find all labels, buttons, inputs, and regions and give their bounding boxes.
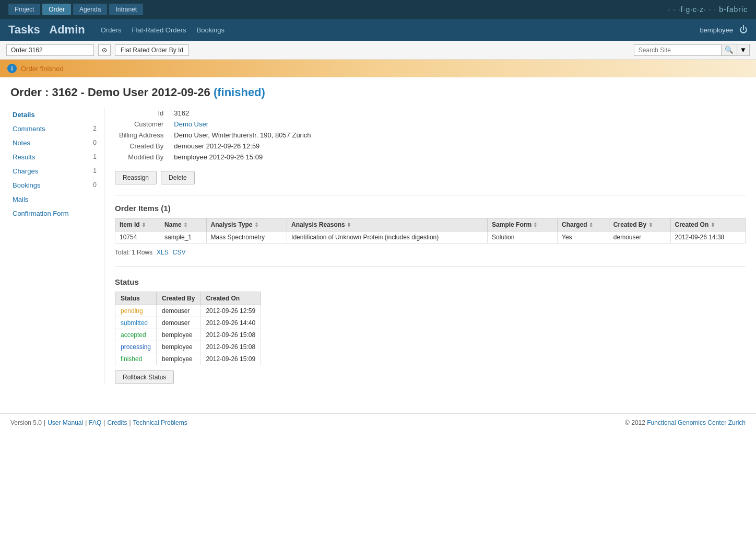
billing-value: Demo User, Winterthurerstr. 190, 8057 Zü…	[170, 130, 315, 141]
col-sample-form[interactable]: Sample Form ⇕	[488, 218, 558, 231]
created-by-value: demouser 2012-09-26 12:59	[170, 141, 315, 152]
status-cell-created-by-accepted: bemployee	[157, 329, 200, 341]
order-items-table: Item Id ⇕ Name ⇕ Analysis Type ⇕	[115, 218, 746, 243]
cell-analysis-type: Mass Spectrometry	[206, 231, 287, 243]
intranet-nav-btn[interactable]: Intranet	[109, 4, 143, 15]
sidebar-link-confirmation[interactable]: Confirmation Form	[13, 210, 69, 217]
sidebar-link-notes[interactable]: Notes	[13, 139, 30, 147]
footer-credits-link[interactable]: Credits	[107, 419, 127, 426]
col-analysis-reasons[interactable]: Analysis Reasons ⇕	[287, 218, 488, 231]
footer-version: Version 5.0	[10, 419, 42, 426]
table-footer: Total: 1 Rows XLS CSV	[115, 247, 746, 258]
delete-button[interactable]: Delete	[161, 171, 195, 184]
csv-export-link[interactable]: CSV	[173, 249, 186, 256]
sort-icon-name: ⇕	[183, 222, 187, 228]
col-analysis-type[interactable]: Analysis Type ⇕	[206, 218, 287, 231]
breadcrumb-bar: ⊙ Flat Rated Order By Id 🔍 ▼	[0, 41, 756, 60]
status-badge: (finished)	[214, 86, 265, 99]
table-row: pending demouser 2012-09-26 12:59	[115, 305, 261, 317]
status-cell-created-on-processing: 2012-09-26 15:08	[200, 341, 261, 353]
col-charged[interactable]: Charged ⇕	[557, 218, 609, 231]
xls-export-link[interactable]: XLS	[157, 249, 169, 256]
sidebar-link-comments[interactable]: Comments	[13, 125, 45, 133]
nav-orders[interactable]: Orders	[101, 26, 122, 34]
col-created-by[interactable]: Created By ⇕	[609, 218, 670, 231]
order-input[interactable]	[6, 44, 94, 56]
status-cell-status-submitted: submitted	[115, 317, 157, 329]
sidebar-count-results: 1	[93, 153, 97, 161]
order-details: Id 3162 Customer Demo User Billing Addre…	[115, 108, 746, 163]
alert-message: Order finished	[21, 65, 64, 73]
sidebar-item-confirmation[interactable]: Confirmation Form	[10, 206, 99, 221]
username-label: bemployee	[700, 26, 733, 34]
sidebar-link-mails[interactable]: Mails	[13, 195, 28, 203]
footer-org-link[interactable]: Functional Genomics Center Zurich	[647, 419, 746, 426]
sidebar-item-comments[interactable]: Comments 2	[10, 122, 99, 136]
cell-created-on: 2012-09-26 14:38	[670, 231, 745, 243]
sort-icon-charged: ⇕	[589, 222, 593, 228]
sidebar-link-results[interactable]: Results	[13, 153, 35, 161]
footer-technical-link[interactable]: Technical Problems	[133, 419, 187, 426]
modified-by-label: Modified By	[115, 152, 170, 163]
rollback-status-button[interactable]: Rollback Status	[115, 370, 174, 384]
order-items-section: Order Items (1) Item Id ⇕ Name ⇕	[115, 204, 746, 258]
page-footer: Version 5.0 | User Manual | FAQ | Credit…	[0, 413, 756, 432]
sort-icon-analysis-reasons: ⇕	[347, 222, 351, 228]
sidebar-count-charges: 1	[93, 167, 97, 175]
search-button[interactable]: 🔍	[722, 44, 737, 56]
table-row: accepted bemployee 2012-09-26 15:08	[115, 329, 261, 341]
sort-icon-item-id: ⇕	[141, 222, 146, 228]
cell-created-by: demouser	[609, 231, 670, 243]
sidebar-item-results[interactable]: Results 1	[10, 150, 99, 164]
agenda-nav-btn[interactable]: Agenda	[73, 4, 107, 15]
sidebar-item-notes[interactable]: Notes 0	[10, 136, 99, 150]
sidebar-link-details[interactable]: Details	[13, 111, 35, 119]
sidebar-count-comments: 2	[93, 125, 97, 133]
app-header-right: bemployee ⏻	[700, 25, 748, 34]
status-cell-created-on-submitted: 2012-09-26 14:40	[200, 317, 261, 329]
status-section: Status Status Created By Created On pend…	[115, 277, 746, 384]
status-table: Status Created By Created On pending dem…	[115, 292, 261, 365]
app-header: Tasks Admin Orders Flat-Rated Orders Boo…	[0, 19, 756, 41]
customer-link[interactable]: Demo User	[174, 120, 208, 128]
footer-faq-link[interactable]: FAQ	[89, 419, 101, 426]
sidebar-item-bookings[interactable]: Bookings 0	[10, 178, 99, 192]
detail-panel: Id 3162 Customer Demo User Billing Addre…	[104, 108, 746, 384]
cell-name: sample_1	[160, 231, 207, 243]
footer-user-manual-link[interactable]: User Manual	[48, 419, 83, 426]
sidebar-item-mails[interactable]: Mails	[10, 192, 99, 206]
status-cell-created-by-submitted: demouser	[157, 317, 200, 329]
sort-icon-created-on: ⇕	[711, 222, 715, 228]
status-cell-status-pending: pending	[115, 305, 157, 317]
order-lookup-btn[interactable]: ⊙	[98, 44, 111, 56]
cell-charged: Yes	[557, 231, 609, 243]
nav-bookings[interactable]: Bookings	[197, 26, 225, 34]
search-dropdown-btn[interactable]: ▼	[737, 44, 750, 56]
modified-by-value: bemployee 2012-09-26 15:09	[170, 152, 315, 163]
col-item-id[interactable]: Item Id ⇕	[115, 218, 160, 231]
order-nav-btn[interactable]: Order	[42, 4, 71, 15]
sidebar-link-bookings[interactable]: Bookings	[13, 181, 40, 189]
status-col-created-by: Created By	[157, 292, 200, 305]
sidebar-count-bookings: 0	[93, 181, 97, 189]
divider-1	[115, 195, 746, 195]
col-created-on[interactable]: Created On ⇕	[670, 218, 745, 231]
footer-right: © 2012 Functional Genomics Center Zurich	[625, 419, 746, 426]
breadcrumb-label: Flat Rated Order By Id	[115, 44, 189, 56]
reassign-button[interactable]: Reassign	[115, 171, 157, 184]
search-input[interactable]	[634, 44, 722, 56]
cell-sample-form: Solution	[488, 231, 558, 243]
project-nav-btn[interactable]: Project	[8, 4, 40, 15]
cell-item-id: 10754	[115, 231, 160, 243]
sidebar-count-notes: 0	[93, 139, 97, 147]
status-cell-status-processing: processing	[115, 341, 157, 353]
cell-analysis-reasons: Identification of Unknown Protein (inclu…	[287, 231, 488, 243]
sidebar-link-charges[interactable]: Charges	[13, 167, 38, 175]
col-name[interactable]: Name ⇕	[160, 218, 207, 231]
divider-2	[115, 266, 746, 267]
sidebar-item-charges[interactable]: Charges 1	[10, 164, 99, 178]
logout-icon[interactable]: ⏻	[739, 25, 748, 34]
nav-flat-rated-orders[interactable]: Flat-Rated Orders	[132, 26, 186, 34]
sidebar-item-details[interactable]: Details	[10, 108, 99, 122]
app-title: Tasks Admin	[8, 23, 85, 37]
